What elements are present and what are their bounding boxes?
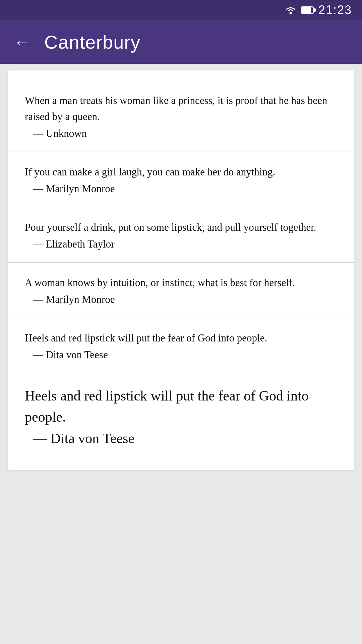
quote-author-1: — Unknown bbox=[25, 127, 337, 140]
quote-text-3: Pour yourself a drink, put on some lipst… bbox=[25, 219, 337, 235]
quote-author-2: — Marilyn Monroe bbox=[25, 183, 337, 195]
quote-author-3: — Elizabeth Taylor bbox=[25, 238, 337, 250]
quote-item-large: Heels and red lipstick will put the fear… bbox=[8, 373, 354, 460]
battery-fill bbox=[302, 7, 311, 13]
wifi-icon bbox=[285, 6, 296, 14]
quote-item: Heels and red lipstick will put the fear… bbox=[8, 318, 354, 373]
back-button[interactable]: ← bbox=[13, 33, 31, 51]
quote-text-1: When a man treats his woman like a princ… bbox=[25, 93, 337, 125]
status-bar: 21:23 bbox=[0, 0, 362, 20]
status-icons: 21:23 bbox=[285, 3, 352, 17]
status-time: 21:23 bbox=[318, 3, 352, 17]
quote-author-4: — Marilyn Monroe bbox=[25, 293, 337, 306]
battery-icon bbox=[301, 6, 314, 14]
quote-item: If you can make a girl laugh, you can ma… bbox=[8, 152, 354, 207]
quote-text-6: Heels and red lipstick will put the fear… bbox=[25, 385, 337, 428]
quote-item: When a man treats his woman like a princ… bbox=[8, 80, 354, 152]
toolbar-title: Canterbury bbox=[44, 31, 140, 53]
quote-author-6: — Dita von Teese bbox=[25, 430, 337, 446]
svg-point-0 bbox=[289, 12, 292, 14]
quote-text-2: If you can make a girl laugh, you can ma… bbox=[25, 164, 337, 180]
quote-text-4: A woman knows by intuition, or instinct,… bbox=[25, 275, 337, 291]
main-content: When a man treats his woman like a princ… bbox=[0, 64, 362, 483]
quote-item: Pour yourself a drink, put on some lipst… bbox=[8, 207, 354, 263]
quote-item: A woman knows by intuition, or instinct,… bbox=[8, 263, 354, 318]
quote-text-5: Heels and red lipstick will put the fear… bbox=[25, 330, 337, 346]
quote-card: When a man treats his woman like a princ… bbox=[8, 70, 354, 470]
toolbar: ← Canterbury bbox=[0, 20, 362, 64]
quote-author-5: — Dita von Teese bbox=[25, 349, 337, 361]
